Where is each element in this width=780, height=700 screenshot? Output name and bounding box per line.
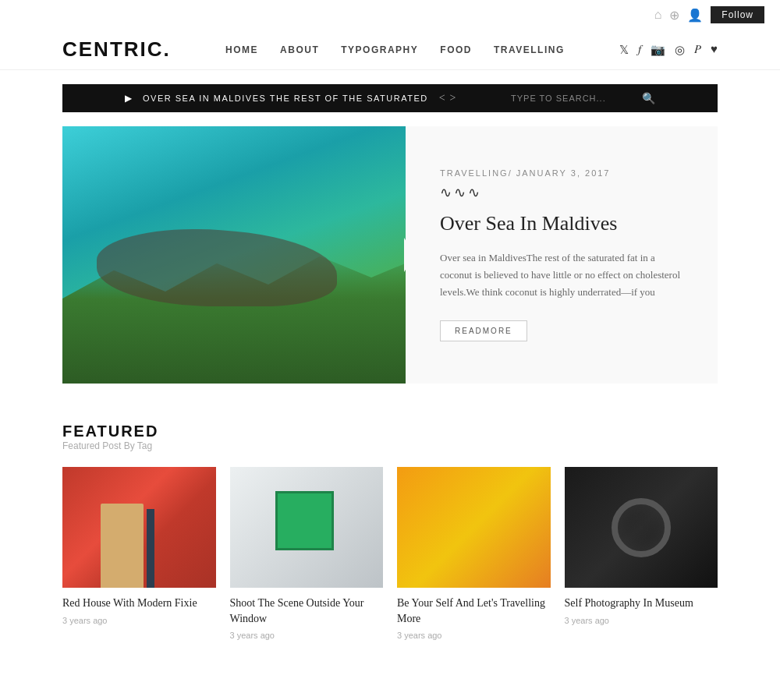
- nav-food[interactable]: FOOD: [440, 44, 472, 55]
- card-img-red-house: [62, 467, 216, 588]
- ticker-text: OVER SEA IN MALDIVES THE REST OF THE SAT…: [143, 94, 428, 103]
- featured-subtitle: Featured Post By Tag: [62, 440, 718, 451]
- nav-about[interactable]: ABOUT: [280, 44, 319, 55]
- nav-travelling[interactable]: TRAVELLING: [494, 44, 565, 55]
- readmore-button[interactable]: READMORE: [440, 320, 527, 341]
- ticker-left: ▶ OVER SEA IN MALDIVES THE REST OF THE S…: [125, 92, 456, 104]
- home-icon[interactable]: ⌂: [654, 8, 662, 22]
- social-icons: 𝕏 𝑓 📷 ◎ 𝑃 ♥: [619, 43, 718, 57]
- featured-card[interactable]: TRAVELLING Red House With Modern Fixie 3…: [62, 467, 216, 640]
- featured-header: FEATURED Featured Post By Tag: [62, 422, 718, 451]
- hero-excerpt: Over sea in MaldivesThe rest of the satu…: [440, 249, 690, 301]
- instagram-icon[interactable]: 📷: [651, 43, 665, 57]
- hero-divider: ∿∿∿: [440, 184, 690, 201]
- follow-button[interactable]: Follow: [711, 6, 764, 23]
- ticker-next[interactable]: >: [450, 92, 456, 104]
- top-bar: ⌂ ⊕ 👤 Follow: [0, 0, 780, 30]
- search-input[interactable]: [511, 94, 636, 103]
- pinterest-icon[interactable]: 𝑃: [694, 43, 701, 56]
- hero-image: [62, 126, 406, 384]
- search-button[interactable]: 🔍: [642, 92, 655, 104]
- main-nav: HOME ABOUT TYPOGRAPHY FOOD TRAVELLING: [225, 44, 565, 55]
- card-time-1: 3 years ago: [230, 631, 384, 640]
- hero-content: TRAVELLING/ JANUARY 3, 2017 ∿∿∿ Over Sea…: [406, 126, 718, 384]
- featured-card[interactable]: OUTBOUND Be Your Self And Let's Travelli…: [397, 467, 551, 640]
- card-img-green-window: [230, 467, 384, 588]
- card-time-3: 3 years ago: [565, 616, 718, 625]
- featured-section: FEATURED Featured Post By Tag TRAVELLING…: [0, 415, 780, 671]
- card-image-1: PHOTOGRAPHY: [230, 467, 384, 588]
- top-bar-icons: ⌂ ⊕ 👤 Follow: [654, 6, 764, 23]
- card-image-2: OUTBOUND: [397, 467, 551, 588]
- card-img-dark-spiral: [565, 467, 718, 588]
- hero-category: TRAVELLING/ JANUARY 3, 2017: [440, 168, 690, 178]
- hero-category-sep: /: [509, 168, 516, 178]
- card-image-0: TRAVELLING: [62, 467, 216, 588]
- card-title-2: Be Your Self And Let's Travelling More: [397, 596, 551, 626]
- twitter-icon[interactable]: 𝕏: [619, 43, 629, 57]
- card-title-1: Shoot The Scene Outside Your Window: [230, 596, 384, 626]
- featured-card[interactable]: PHOTOGRAPHY Shoot The Scene Outside Your…: [230, 467, 384, 640]
- nav-home[interactable]: HOME: [225, 44, 258, 55]
- hero-category-name[interactable]: TRAVELLING: [440, 168, 509, 178]
- ticker-bar: ▶ OVER SEA IN MALDIVES THE REST OF THE S…: [62, 84, 718, 112]
- ticker-nav: < >: [439, 92, 456, 104]
- card-time-2: 3 years ago: [397, 631, 551, 640]
- dribbble-icon[interactable]: ◎: [675, 43, 685, 57]
- ticker-prev[interactable]: <: [439, 92, 445, 104]
- card-image-3: TRAVELLING: [565, 467, 718, 588]
- nav-typography[interactable]: TYPOGRAPHY: [341, 44, 418, 55]
- facebook-icon[interactable]: 𝑓: [638, 43, 641, 56]
- card-time-0: 3 years ago: [62, 616, 216, 625]
- add-icon[interactable]: ⊕: [669, 8, 679, 23]
- hero-image-placeholder: [62, 126, 406, 384]
- user-icon[interactable]: 👤: [687, 8, 703, 23]
- featured-card[interactable]: TRAVELLING Self Photography In Museum 3 …: [565, 467, 718, 640]
- featured-grid: TRAVELLING Red House With Modern Fixie 3…: [62, 467, 718, 640]
- card-img-yellow: [397, 467, 551, 588]
- hero-date: JANUARY 3, 2017: [516, 168, 611, 178]
- hero-arrow: [404, 238, 406, 272]
- hero-section: TRAVELLING/ JANUARY 3, 2017 ∿∿∿ Over Sea…: [62, 126, 718, 384]
- featured-title: FEATURED: [62, 422, 718, 440]
- card-title-3: Self Photography In Museum: [565, 596, 718, 611]
- site-header: CENTRIC. HOME ABOUT TYPOGRAPHY FOOD TRAV…: [0, 30, 780, 70]
- ticker-search: 🔍: [511, 92, 655, 104]
- card-title-0: Red House With Modern Fixie: [62, 596, 216, 611]
- hero-title: Over Sea In Maldives: [440, 210, 690, 237]
- site-logo[interactable]: CENTRIC.: [62, 37, 171, 62]
- ticker-play-icon[interactable]: ▶: [125, 93, 132, 104]
- heart-icon[interactable]: ♥: [711, 43, 718, 56]
